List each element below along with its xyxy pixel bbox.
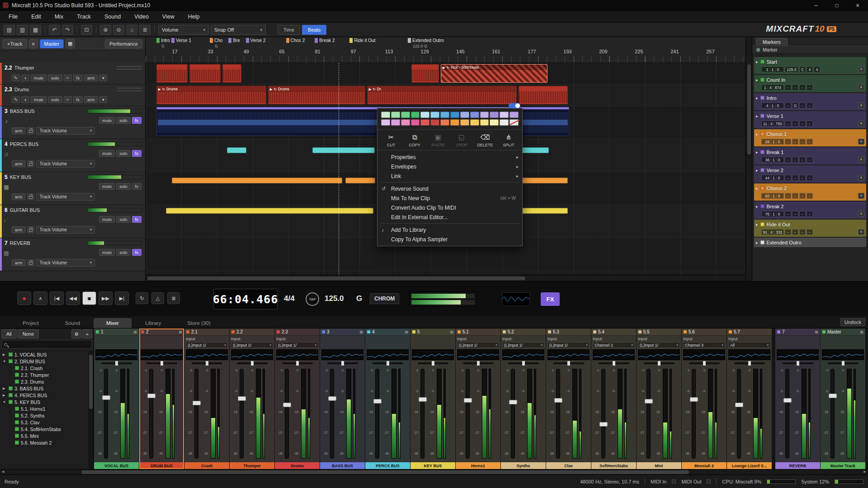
fader-handle[interactable] — [102, 395, 110, 400]
input-select[interactable]: Channel 3▾ — [683, 342, 725, 348]
fader-handle[interactable] — [735, 403, 743, 407]
input-select[interactable]: (L)Input 1/▾ — [502, 342, 544, 348]
marker-delete-button[interactable]: × — [858, 229, 864, 235]
fader-handle[interactable] — [193, 401, 201, 405]
marker-field[interactable]: - — [785, 121, 791, 127]
marker-field[interactable]: - — [799, 84, 806, 90]
master-track-button[interactable]: Master — [40, 39, 64, 48]
clip-color-swatch[interactable] — [470, 119, 479, 126]
select-all-button[interactable]: All — [1, 329, 17, 338]
lock-icon[interactable] — [27, 259, 34, 266]
tree-vscrollbar[interactable] — [88, 351, 94, 469]
marker-field[interactable]: - — [792, 175, 798, 181]
marker-delete-button[interactable]: × — [858, 103, 864, 108]
marker-field[interactable]: 4 : 1 : 0 — [761, 103, 784, 108]
audio-clip[interactable] — [345, 178, 375, 183]
volume-fader[interactable] — [104, 369, 108, 459]
grid-settings-icon[interactable]: ≣ — [139, 25, 151, 35]
grid-icon[interactable]: ▦ — [179, 330, 182, 334]
mixer-channel-5-7[interactable]: 5.7Input:All▾00-9-9-18-18-27-27-36-36Lou… — [727, 328, 772, 469]
marker-field[interactable]: 11 : 4 : 750 — [761, 121, 784, 127]
menu-mix[interactable]: Mix — [48, 12, 70, 22]
grid-icon[interactable]: ▦ — [405, 330, 408, 334]
mixer-channel-2-3[interactable]: 2.3Input:(L)Input 1/▾00-9-9-18-18-27-27-… — [275, 328, 320, 469]
pan-slider[interactable] — [410, 360, 455, 366]
rewind-button[interactable]: ◀◀ — [66, 291, 80, 305]
chevron-right-icon[interactable]: ▸ — [756, 132, 758, 136]
new-project-icon[interactable]: ▤ — [4, 25, 15, 35]
tree-item-3-bass-bus[interactable]: ▶3. BASS BUS — [0, 385, 88, 392]
automation-button[interactable]: ≣ — [167, 292, 180, 304]
menu-item-edit-in-external-editor[interactable]: Edit In External Editor... — [377, 212, 522, 222]
go-to-end-button[interactable]: ▶| — [115, 291, 129, 305]
marker-field[interactable]: 125.0 — [785, 66, 798, 72]
timeline-hscrollbar[interactable] — [146, 275, 745, 281]
audio-clip[interactable] — [227, 147, 246, 153]
tap-tempo-button[interactable]: TAP — [306, 292, 319, 306]
tree-item-5-key-bus[interactable]: ▼5. KEY BUS — [0, 399, 88, 405]
grid-icon[interactable]: ▦ — [450, 330, 453, 334]
solo-button[interactable]: solo — [48, 96, 62, 103]
key-value[interactable]: G — [356, 294, 362, 303]
fader-handle[interactable] — [645, 399, 653, 404]
waveform-icon[interactable]: ≈ — [64, 96, 72, 103]
track-3[interactable]: ♪3BASS BUSmutesolofxarmTrack Volume▾ — [0, 106, 145, 139]
markers-panel-title[interactable]: Markers — [756, 38, 788, 46]
fader-handle[interactable] — [419, 397, 427, 402]
region-marker-intro[interactable]: IntroG — [156, 38, 170, 43]
menu-edit[interactable]: Edit — [24, 12, 48, 22]
audio-clip[interactable]: ▶↻Drums — [268, 86, 365, 104]
gear-icon[interactable]: ⚙ — [71, 329, 81, 338]
audio-clip[interactable] — [222, 64, 241, 83]
pan-slider[interactable] — [501, 360, 546, 366]
cut-button[interactable]: ✂CUT — [379, 133, 403, 147]
fx-button[interactable]: fx — [73, 75, 83, 81]
audio-clip[interactable] — [156, 64, 188, 83]
volume-fader[interactable] — [194, 369, 198, 459]
menu-item-properties[interactable]: Properties▸ — [377, 152, 522, 162]
tree-item-5-3-clav[interactable]: 5.3. Clav — [0, 419, 88, 426]
marker-field[interactable]: - — [785, 211, 791, 217]
region-marker-extended-outro[interactable]: Extended Outro122.0 G — [408, 38, 444, 43]
mixer-channel-5-5[interactable]: 5.5Input:(L)Input 1/▾00-9-9-18-18-27-27-… — [637, 328, 681, 469]
marker-item-intro[interactable]: ▸Intro4 : 1 : 0-G--× — [754, 93, 866, 110]
clip-color-swatch[interactable] — [391, 119, 400, 126]
menu-item-add-to-library[interactable]: ♪Add To Library — [377, 225, 522, 235]
fx-button[interactable]: fx — [132, 117, 142, 124]
pan-slider[interactable] — [139, 360, 184, 366]
marker-field[interactable]: - — [799, 175, 806, 181]
marker-field[interactable]: 76 : 1 : 0 — [761, 211, 784, 217]
waveform-icon[interactable]: ≈ — [64, 75, 72, 81]
region-marker-verse-2[interactable]: Verse 2 — [246, 38, 266, 43]
mute-button[interactable]: mute — [99, 216, 115, 223]
clip-color-swatch[interactable] — [500, 112, 509, 118]
mixer-channel-5-1[interactable]: 5.1Input:(L)Input 1/▾00-9-9-18-18-27-27-… — [456, 328, 500, 469]
delete-button[interactable]: ⌫DELETE — [473, 133, 497, 147]
record-button[interactable]: ● — [17, 291, 31, 305]
audio-clip[interactable]: ▶↻Kick - 500House — [441, 64, 547, 83]
chevron-right-icon[interactable]: ▸ — [756, 96, 758, 100]
lock-icon[interactable] — [27, 226, 34, 233]
zoom-out-icon[interactable]: ⊖ — [113, 25, 124, 35]
marker-field[interactable]: 44 : 1 : 0 — [761, 175, 784, 181]
audio-clip[interactable]: ▶↻Dr. — [367, 86, 517, 104]
arm-button[interactable]: arm — [12, 226, 25, 233]
close-button[interactable]: × — [847, 0, 868, 10]
fx-button[interactable]: fx — [132, 249, 142, 256]
marker-field[interactable]: G — [792, 103, 798, 108]
zoom-fit-icon[interactable]: ⌂ — [126, 25, 137, 35]
clip-color-auto-toggle[interactable] — [509, 103, 520, 108]
marker-delete-button[interactable]: × — [858, 175, 864, 181]
clip-color-swatch[interactable] — [460, 112, 469, 118]
arm-button[interactable]: arm — [12, 259, 25, 266]
region-marker-cho[interactable]: ChoG — [210, 38, 222, 43]
fx-button[interactable]: fx — [132, 183, 142, 190]
pan-slider[interactable] — [456, 360, 500, 366]
chevron-right-icon[interactable]: ▸ — [756, 204, 758, 209]
clip-color-swatch[interactable] — [509, 112, 519, 118]
mode-select[interactable]: CHROM — [370, 293, 399, 304]
marker-field[interactable]: - — [807, 103, 813, 108]
marker-field[interactable]: - — [807, 175, 813, 181]
metronome-button[interactable]: △ — [151, 292, 164, 304]
marker-item-extended-outro[interactable]: ▸Extended Outro — [754, 238, 866, 247]
